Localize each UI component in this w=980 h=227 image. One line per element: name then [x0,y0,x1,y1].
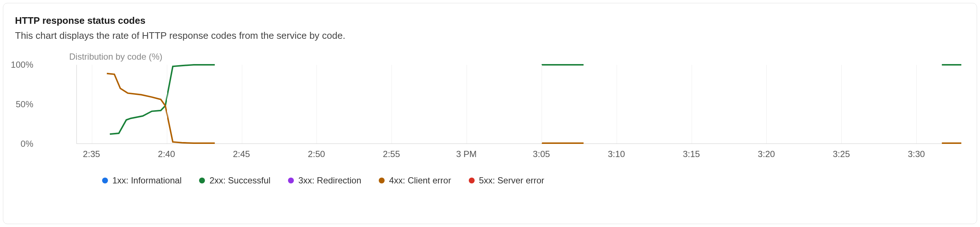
legend-item[interactable]: 4xx: Client error [379,175,451,185]
panel-subtitle: This chart displays the rate of HTTP res… [15,30,965,42]
series-line [110,65,215,134]
grid-line-vertical [692,65,692,144]
legend-item[interactable]: 5xx: Server error [469,175,544,185]
lines-svg [77,65,961,144]
legend-label: 3xx: Redirection [298,175,361,185]
grid-line-vertical [317,65,317,144]
x-tick-label: 2:50 [308,149,325,159]
x-tick-label: 2:45 [233,149,250,159]
x-tick-label: 3:10 [608,149,625,159]
legend-item[interactable]: 1xx: Informational [102,175,181,185]
x-tick-label: 3:30 [908,149,925,159]
x-tick-label: 3:20 [758,149,775,159]
legend-swatch-icon [469,177,475,184]
legend-label: 4xx: Client error [389,175,451,185]
legend-label: 5xx: Server error [479,175,544,185]
legend-item[interactable]: 2xx: Successful [199,175,270,185]
legend-swatch-icon [199,177,205,184]
x-tick-label: 3:05 [533,149,550,159]
y-tick-label: 100% [11,60,33,70]
x-tick-label: 3:25 [833,149,850,159]
grid-line-vertical [242,65,242,144]
grid-line-vertical [92,65,92,144]
y-tick-label: 0% [21,139,33,149]
legend-swatch-icon [102,177,108,184]
grid-line-vertical [841,65,842,144]
plot-wrap: 100%50%0% [40,65,961,144]
legend: 1xx: Informational2xx: Successful3xx: Re… [102,175,961,185]
legend-label: 2xx: Successful [209,175,270,185]
legend-swatch-icon [288,177,294,184]
chart-area: Distribution by code (%) 100%50%0% 2:352… [40,52,961,185]
y-tick-label: 50% [16,99,33,109]
series-line [107,74,215,143]
legend-label: 1xx: Informational [112,175,181,185]
legend-item[interactable]: 3xx: Redirection [288,175,361,185]
grid-line-vertical [167,65,167,144]
grid-line-vertical [617,65,617,144]
plot-region[interactable] [76,65,961,144]
chart-panel: HTTP response status codes This chart di… [3,3,977,224]
chart-axis-title: Distribution by code (%) [40,52,961,62]
grid-line-vertical [466,65,467,144]
x-tick-label: 2:35 [83,149,100,159]
grid-line-vertical [766,65,767,144]
grid-line-vertical [391,65,392,144]
x-tick-label: 2:40 [158,149,175,159]
grid-line-vertical [916,65,917,144]
grid-line-vertical [542,65,542,144]
panel-title: HTTP response status codes [15,15,965,26]
x-axis: 2:352:402:452:502:553 PM3:053:103:153:20… [76,146,961,162]
x-tick-label: 2:55 [383,149,400,159]
legend-swatch-icon [379,177,385,184]
x-tick-label: 3:15 [683,149,700,159]
x-tick-label: 3 PM [457,149,477,159]
y-axis: 100%50%0% [37,65,73,144]
